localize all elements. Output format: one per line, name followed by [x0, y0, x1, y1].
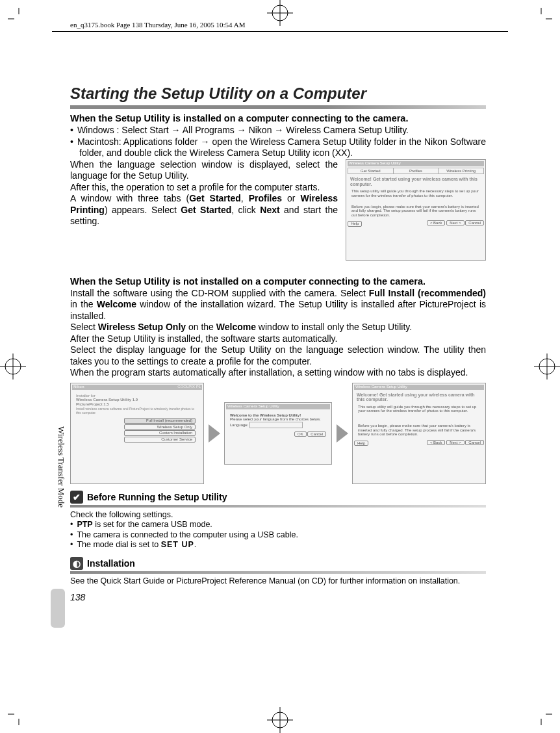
header-rule: [52, 31, 508, 32]
screenshots-row: NikonCOOLPIX P1 Installer for Wireless C…: [70, 383, 486, 484]
crop-mark-tr: [530, 8, 552, 30]
before-running-heading: ✔ Before Running the Setup Utility: [70, 491, 486, 504]
list-item: Windows : Select Start → All Programs → …: [70, 125, 486, 136]
section1-body: When the language selection window is di…: [70, 159, 338, 227]
bullet-list: Windows : Select Start → All Programs → …: [70, 125, 486, 159]
page-content: Starting the Setup Utility on a Computer…: [70, 84, 486, 602]
section2-heading: When the Setup Utility is not installed …: [70, 276, 486, 287]
arrow-icon: [337, 424, 348, 443]
installation-heading: ◐ Installation: [70, 557, 486, 570]
note-icon: ◐: [70, 557, 83, 570]
section-rule: [70, 505, 486, 508]
installation-body: See the Quick Start Guide or PictureProj…: [70, 576, 486, 587]
registration-mark: [267, 707, 293, 733]
screenshot-setup-utility: Wireless Camera Setup Utility Get Starte…: [346, 159, 486, 261]
crop-mark-tl: [8, 8, 30, 30]
list-item: The mode dial is set to SET UP.: [70, 540, 486, 550]
screenshot-language: Wireless Camera Setup Utility Welcome to…: [224, 402, 332, 465]
page-title: Starting the Setup Utility on a Computer: [70, 84, 486, 103]
section2-body: Install the software using the CD-ROM su…: [70, 288, 486, 379]
arrow-icon: [209, 424, 220, 443]
screenshot-installer: NikonCOOLPIX P1 Installer for Wireless C…: [70, 383, 204, 484]
registration-mark: [267, 0, 293, 26]
crop-mark-br: [530, 703, 552, 725]
screenshot-setup-utility-2: Wireless Camera Setup Utility Welcome! G…: [352, 383, 486, 484]
side-thumb-tab: [51, 589, 65, 628]
list-item: Macintosh: Applications folder → open th…: [70, 136, 486, 159]
check-icon: ✔: [70, 491, 83, 504]
before-body: Check the following settings. PTP is set…: [70, 510, 486, 551]
list-item: The camera is connected to the computer …: [70, 530, 486, 541]
title-rule: [70, 105, 486, 109]
side-tab-label: Wireless Transfer Mode: [56, 426, 66, 508]
section1-heading: When the Setup Utility is installed on a…: [70, 113, 486, 123]
registration-mark: [534, 354, 560, 379]
registration-mark: [0, 354, 26, 379]
list-item: PTP is set for the camera USB mode.: [70, 520, 486, 530]
file-meta: en_q3175.book Page 138 Thursday, June 16…: [70, 21, 245, 29]
section-rule: [70, 571, 486, 574]
crop-mark-bl: [8, 703, 30, 725]
page-number: 138: [70, 592, 486, 602]
